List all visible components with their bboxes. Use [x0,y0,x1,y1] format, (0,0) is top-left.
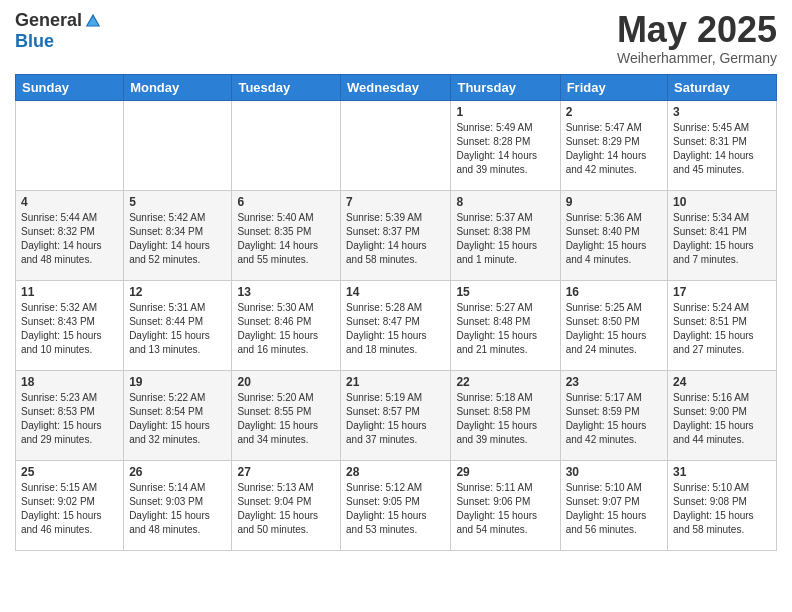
day-info: Sunrise: 5:28 AM Sunset: 8:47 PM Dayligh… [346,301,445,357]
calendar-cell: 1Sunrise: 5:49 AM Sunset: 8:28 PM Daylig… [451,100,560,190]
day-info: Sunrise: 5:40 AM Sunset: 8:35 PM Dayligh… [237,211,335,267]
day-info: Sunrise: 5:18 AM Sunset: 8:58 PM Dayligh… [456,391,554,447]
day-info: Sunrise: 5:37 AM Sunset: 8:38 PM Dayligh… [456,211,554,267]
day-number: 22 [456,375,554,389]
day-info: Sunrise: 5:22 AM Sunset: 8:54 PM Dayligh… [129,391,226,447]
calendar-cell: 27Sunrise: 5:13 AM Sunset: 9:04 PM Dayli… [232,460,341,550]
page: General Blue May 2025 Weiherhammer, Germ… [0,0,792,561]
calendar-cell: 17Sunrise: 5:24 AM Sunset: 8:51 PM Dayli… [668,280,777,370]
day-number: 29 [456,465,554,479]
day-header-saturday: Saturday [668,74,777,100]
logo-icon [84,12,102,30]
day-info: Sunrise: 5:12 AM Sunset: 9:05 PM Dayligh… [346,481,445,537]
calendar-cell: 20Sunrise: 5:20 AM Sunset: 8:55 PM Dayli… [232,370,341,460]
day-number: 6 [237,195,335,209]
day-number: 12 [129,285,226,299]
day-info: Sunrise: 5:49 AM Sunset: 8:28 PM Dayligh… [456,121,554,177]
day-header-friday: Friday [560,74,667,100]
calendar-cell: 28Sunrise: 5:12 AM Sunset: 9:05 PM Dayli… [341,460,451,550]
day-info: Sunrise: 5:44 AM Sunset: 8:32 PM Dayligh… [21,211,118,267]
day-number: 5 [129,195,226,209]
calendar-cell: 26Sunrise: 5:14 AM Sunset: 9:03 PM Dayli… [124,460,232,550]
calendar-week-3: 11Sunrise: 5:32 AM Sunset: 8:43 PM Dayli… [16,280,777,370]
calendar-cell: 11Sunrise: 5:32 AM Sunset: 8:43 PM Dayli… [16,280,124,370]
calendar-cell: 19Sunrise: 5:22 AM Sunset: 8:54 PM Dayli… [124,370,232,460]
calendar-cell: 10Sunrise: 5:34 AM Sunset: 8:41 PM Dayli… [668,190,777,280]
day-info: Sunrise: 5:17 AM Sunset: 8:59 PM Dayligh… [566,391,662,447]
day-number: 18 [21,375,118,389]
calendar-cell: 23Sunrise: 5:17 AM Sunset: 8:59 PM Dayli… [560,370,667,460]
day-number: 9 [566,195,662,209]
day-number: 27 [237,465,335,479]
logo: General Blue [15,10,102,52]
day-info: Sunrise: 5:47 AM Sunset: 8:29 PM Dayligh… [566,121,662,177]
calendar-cell: 14Sunrise: 5:28 AM Sunset: 8:47 PM Dayli… [341,280,451,370]
calendar-cell [124,100,232,190]
day-info: Sunrise: 5:30 AM Sunset: 8:46 PM Dayligh… [237,301,335,357]
day-number: 30 [566,465,662,479]
calendar-cell: 12Sunrise: 5:31 AM Sunset: 8:44 PM Dayli… [124,280,232,370]
day-number: 3 [673,105,771,119]
day-number: 24 [673,375,771,389]
calendar-cell: 24Sunrise: 5:16 AM Sunset: 9:00 PM Dayli… [668,370,777,460]
day-number: 4 [21,195,118,209]
day-header-thursday: Thursday [451,74,560,100]
day-number: 28 [346,465,445,479]
day-info: Sunrise: 5:16 AM Sunset: 9:00 PM Dayligh… [673,391,771,447]
day-header-monday: Monday [124,74,232,100]
month-title: May 2025 [617,10,777,50]
logo-blue-text: Blue [15,31,54,52]
day-info: Sunrise: 5:32 AM Sunset: 8:43 PM Dayligh… [21,301,118,357]
calendar-cell: 6Sunrise: 5:40 AM Sunset: 8:35 PM Daylig… [232,190,341,280]
day-number: 26 [129,465,226,479]
day-number: 15 [456,285,554,299]
day-number: 23 [566,375,662,389]
calendar-cell [341,100,451,190]
calendar-cell: 5Sunrise: 5:42 AM Sunset: 8:34 PM Daylig… [124,190,232,280]
day-info: Sunrise: 5:23 AM Sunset: 8:53 PM Dayligh… [21,391,118,447]
day-number: 11 [21,285,118,299]
day-info: Sunrise: 5:14 AM Sunset: 9:03 PM Dayligh… [129,481,226,537]
calendar-cell: 3Sunrise: 5:45 AM Sunset: 8:31 PM Daylig… [668,100,777,190]
calendar-cell: 22Sunrise: 5:18 AM Sunset: 8:58 PM Dayli… [451,370,560,460]
day-number: 1 [456,105,554,119]
day-number: 16 [566,285,662,299]
day-info: Sunrise: 5:13 AM Sunset: 9:04 PM Dayligh… [237,481,335,537]
calendar-cell: 29Sunrise: 5:11 AM Sunset: 9:06 PM Dayli… [451,460,560,550]
day-number: 20 [237,375,335,389]
day-info: Sunrise: 5:15 AM Sunset: 9:02 PM Dayligh… [21,481,118,537]
day-info: Sunrise: 5:27 AM Sunset: 8:48 PM Dayligh… [456,301,554,357]
day-info: Sunrise: 5:39 AM Sunset: 8:37 PM Dayligh… [346,211,445,267]
day-number: 2 [566,105,662,119]
day-header-sunday: Sunday [16,74,124,100]
calendar-cell: 4Sunrise: 5:44 AM Sunset: 8:32 PM Daylig… [16,190,124,280]
day-number: 13 [237,285,335,299]
calendar-cell: 8Sunrise: 5:37 AM Sunset: 8:38 PM Daylig… [451,190,560,280]
day-info: Sunrise: 5:10 AM Sunset: 9:07 PM Dayligh… [566,481,662,537]
calendar-cell: 25Sunrise: 5:15 AM Sunset: 9:02 PM Dayli… [16,460,124,550]
day-info: Sunrise: 5:24 AM Sunset: 8:51 PM Dayligh… [673,301,771,357]
day-info: Sunrise: 5:11 AM Sunset: 9:06 PM Dayligh… [456,481,554,537]
logo-text: General [15,10,102,31]
calendar-cell: 31Sunrise: 5:10 AM Sunset: 9:08 PM Dayli… [668,460,777,550]
calendar-cell: 2Sunrise: 5:47 AM Sunset: 8:29 PM Daylig… [560,100,667,190]
day-info: Sunrise: 5:20 AM Sunset: 8:55 PM Dayligh… [237,391,335,447]
day-number: 7 [346,195,445,209]
calendar-cell: 16Sunrise: 5:25 AM Sunset: 8:50 PM Dayli… [560,280,667,370]
calendar-header-row: SundayMondayTuesdayWednesdayThursdayFrid… [16,74,777,100]
day-number: 14 [346,285,445,299]
calendar-week-1: 1Sunrise: 5:49 AM Sunset: 8:28 PM Daylig… [16,100,777,190]
day-info: Sunrise: 5:36 AM Sunset: 8:40 PM Dayligh… [566,211,662,267]
calendar-cell: 9Sunrise: 5:36 AM Sunset: 8:40 PM Daylig… [560,190,667,280]
day-info: Sunrise: 5:45 AM Sunset: 8:31 PM Dayligh… [673,121,771,177]
day-number: 25 [21,465,118,479]
day-info: Sunrise: 5:34 AM Sunset: 8:41 PM Dayligh… [673,211,771,267]
day-info: Sunrise: 5:31 AM Sunset: 8:44 PM Dayligh… [129,301,226,357]
calendar-cell: 13Sunrise: 5:30 AM Sunset: 8:46 PM Dayli… [232,280,341,370]
day-number: 31 [673,465,771,479]
day-header-tuesday: Tuesday [232,74,341,100]
calendar-cell [16,100,124,190]
day-info: Sunrise: 5:25 AM Sunset: 8:50 PM Dayligh… [566,301,662,357]
day-number: 17 [673,285,771,299]
day-number: 10 [673,195,771,209]
